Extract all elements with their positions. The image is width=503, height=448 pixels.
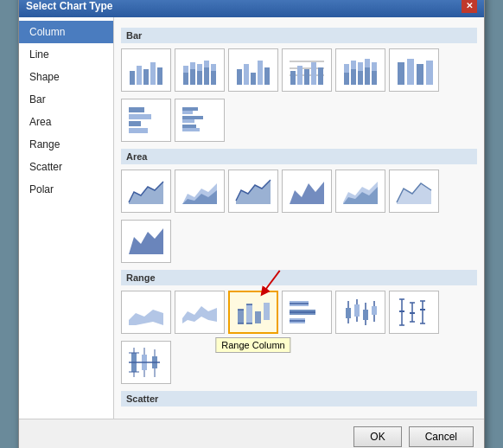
sidebar-item-scatter[interactable]: Scatter — [19, 156, 113, 178]
svg-rect-0 — [130, 71, 135, 85]
svg-rect-11 — [204, 67, 209, 85]
svg-rect-28 — [344, 73, 349, 85]
svg-rect-34 — [365, 67, 370, 85]
dialog-footer: OK Cancel — [19, 419, 484, 449]
svg-rect-13 — [211, 71, 216, 85]
svg-marker-55 — [236, 180, 271, 204]
svg-rect-1 — [137, 66, 142, 85]
svg-rect-20 — [290, 61, 324, 62]
ok-button[interactable]: OK — [353, 426, 401, 447]
svg-rect-66 — [264, 303, 270, 320]
svg-rect-43 — [129, 114, 151, 119]
svg-rect-41 — [426, 61, 433, 85]
svg-rect-46 — [182, 107, 198, 111]
svg-rect-17 — [251, 73, 256, 85]
chart-thumb-range-3[interactable]: Range Column — [228, 291, 278, 334]
section-area-header: Area — [121, 149, 477, 164]
chart-thumb-area-2[interactable] — [175, 170, 225, 213]
chart-thumb-bar-8[interactable] — [175, 99, 225, 142]
svg-marker-60 — [129, 228, 163, 254]
svg-marker-62 — [182, 306, 217, 323]
main-content: Bar — [114, 17, 484, 419]
chart-thumb-bar-3[interactable] — [228, 48, 278, 92]
chart-thumb-area-1[interactable] — [121, 170, 171, 213]
dialog-body: Column Line Shape Bar Area Range Scatter… — [19, 17, 484, 419]
svg-rect-3 — [150, 62, 156, 85]
area-chart-grid — [121, 170, 477, 213]
sidebar: Column Line Shape Bar Area Range Scatter… — [19, 17, 114, 419]
section-range-header: Range — [121, 270, 477, 285]
svg-rect-15 — [237, 69, 242, 85]
svg-rect-18 — [258, 61, 263, 85]
chart-thumb-range-7[interactable] — [121, 341, 171, 384]
close-button[interactable]: ✕ — [462, 0, 477, 13]
bar-chart-grid — [121, 48, 477, 92]
svg-rect-14 — [211, 64, 216, 71]
svg-rect-10 — [197, 64, 202, 71]
chart-thumb-range-4[interactable] — [282, 291, 332, 334]
svg-rect-36 — [372, 71, 377, 85]
svg-rect-29 — [344, 64, 349, 73]
svg-rect-12 — [204, 61, 209, 67]
svg-rect-45 — [129, 128, 148, 133]
svg-rect-16 — [244, 64, 249, 85]
svg-rect-9 — [197, 71, 202, 85]
svg-rect-82 — [354, 304, 360, 317]
cancel-button[interactable]: Cancel — [409, 426, 474, 447]
section-scatter-header: Scatter — [121, 391, 477, 406]
svg-rect-40 — [417, 64, 423, 85]
svg-rect-8 — [190, 62, 195, 69]
svg-rect-35 — [365, 59, 370, 67]
dialog-title: Select Chart Type — [26, 0, 112, 12]
chart-thumb-range-2[interactable] — [175, 291, 225, 334]
svg-rect-7 — [190, 69, 195, 85]
sidebar-item-line[interactable]: Line — [19, 43, 113, 66]
chart-thumb-area-5[interactable] — [335, 170, 385, 213]
svg-rect-44 — [129, 121, 141, 126]
chart-thumb-area-6[interactable] — [389, 170, 439, 213]
svg-marker-61 — [129, 310, 163, 325]
chart-thumb-bar-5[interactable] — [335, 48, 385, 92]
svg-rect-24 — [297, 66, 302, 85]
svg-rect-50 — [182, 125, 196, 128]
svg-rect-49 — [182, 119, 194, 123]
sidebar-item-shape[interactable]: Shape — [19, 66, 113, 88]
chart-thumb-bar-7[interactable] — [121, 99, 171, 142]
chart-thumb-area-7[interactable] — [121, 220, 171, 263]
svg-rect-64 — [246, 304, 252, 323]
chart-thumb-area-4[interactable] — [282, 170, 332, 213]
svg-rect-63 — [238, 310, 244, 323]
chart-thumb-bar-4[interactable] — [282, 48, 332, 92]
sidebar-item-polar[interactable]: Polar — [19, 178, 113, 201]
svg-rect-30 — [351, 69, 356, 85]
svg-rect-86 — [372, 306, 377, 315]
svg-rect-42 — [129, 107, 144, 112]
svg-rect-48 — [182, 116, 203, 119]
chart-thumb-bar-2[interactable] — [175, 48, 225, 92]
svg-rect-80 — [346, 308, 351, 318]
svg-rect-26 — [311, 62, 316, 85]
chart-thumb-range-1[interactable] — [121, 291, 171, 334]
sidebar-item-bar[interactable]: Bar — [19, 88, 113, 111]
chart-thumb-range-6[interactable] — [389, 291, 439, 334]
bar-chart-grid-2 — [121, 99, 477, 142]
svg-rect-39 — [407, 59, 414, 85]
sidebar-item-range[interactable]: Range — [19, 133, 113, 156]
sidebar-item-column[interactable]: Column — [19, 21, 113, 43]
sidebar-item-area[interactable]: Area — [19, 111, 113, 133]
select-chart-type-dialog: Select Chart Type ✕ Column Line Shape Ba… — [18, 0, 485, 448]
chart-thumb-bar-1[interactable] — [121, 48, 171, 92]
chart-thumb-range-5[interactable] — [335, 291, 385, 334]
svg-marker-56 — [290, 182, 324, 204]
svg-rect-5 — [183, 73, 188, 85]
svg-rect-32 — [358, 71, 363, 85]
svg-rect-38 — [398, 62, 404, 85]
svg-rect-6 — [183, 66, 188, 73]
chart-thumb-area-3[interactable] — [228, 170, 278, 213]
svg-rect-37 — [372, 62, 377, 71]
chart-thumb-bar-6[interactable] — [389, 48, 439, 92]
svg-rect-4 — [157, 67, 162, 85]
range-chart-grid-2 — [121, 341, 477, 384]
area-chart-grid-2 — [121, 220, 477, 263]
svg-rect-2 — [143, 69, 149, 85]
